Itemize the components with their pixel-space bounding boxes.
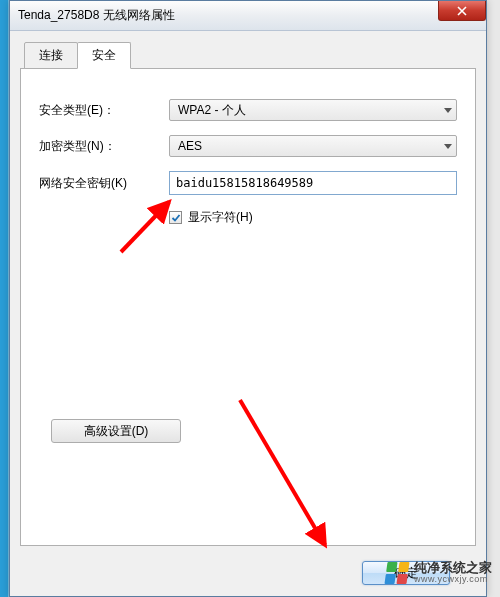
security-key-input[interactable] [169, 171, 457, 195]
window-content: 连接 安全 安全类型(E)： WPA2 - 个人 加密类型(N)： AES [10, 31, 486, 596]
show-characters-label: 显示字符(H) [188, 209, 253, 226]
security-key-label: 网络安全密钥(K) [39, 175, 169, 192]
security-type-dropdown[interactable]: WPA2 - 个人 [169, 99, 457, 121]
tab-security[interactable]: 安全 [77, 42, 131, 69]
close-button[interactable] [438, 1, 486, 21]
titlebar[interactable]: Tenda_2758D8 无线网络属性 [10, 1, 486, 31]
close-icon [457, 6, 467, 16]
encryption-type-value: AES [178, 139, 202, 153]
row-encryption-type: 加密类型(N)： AES [39, 135, 457, 157]
tab-connect[interactable]: 连接 [24, 42, 78, 69]
encryption-type-label: 加密类型(N)： [39, 138, 169, 155]
checkmark-icon [171, 213, 181, 223]
watermark-text: 纯净系统之家 www.ycwxjy.com [414, 561, 492, 585]
advanced-settings-button[interactable]: 高级设置(D) [51, 419, 181, 443]
row-security-type: 安全类型(E)： WPA2 - 个人 [39, 99, 457, 121]
encryption-type-dropdown[interactable]: AES [169, 135, 457, 157]
watermark-url: www.ycwxjy.com [414, 575, 492, 585]
tab-panel-security: 安全类型(E)： WPA2 - 个人 加密类型(N)： AES [20, 68, 476, 546]
watermark-logo-icon [384, 562, 409, 584]
watermark: 纯净系统之家 www.ycwxjy.com [386, 561, 492, 585]
watermark-title: 纯净系统之家 [414, 561, 492, 575]
chevron-down-icon [444, 108, 452, 113]
security-type-value: WPA2 - 个人 [178, 102, 246, 119]
row-security-key: 网络安全密钥(K) [39, 171, 457, 195]
show-characters-checkbox[interactable] [169, 211, 182, 224]
window-title: Tenda_2758D8 无线网络属性 [18, 7, 175, 24]
chevron-down-icon [444, 144, 452, 149]
wireless-properties-window: Tenda_2758D8 无线网络属性 连接 安全 安全类型(E)： WPA2 … [9, 0, 487, 597]
tab-strip: 连接 安全 [24, 42, 476, 69]
security-type-label: 安全类型(E)： [39, 102, 169, 119]
row-show-characters: 显示字符(H) [169, 209, 457, 226]
